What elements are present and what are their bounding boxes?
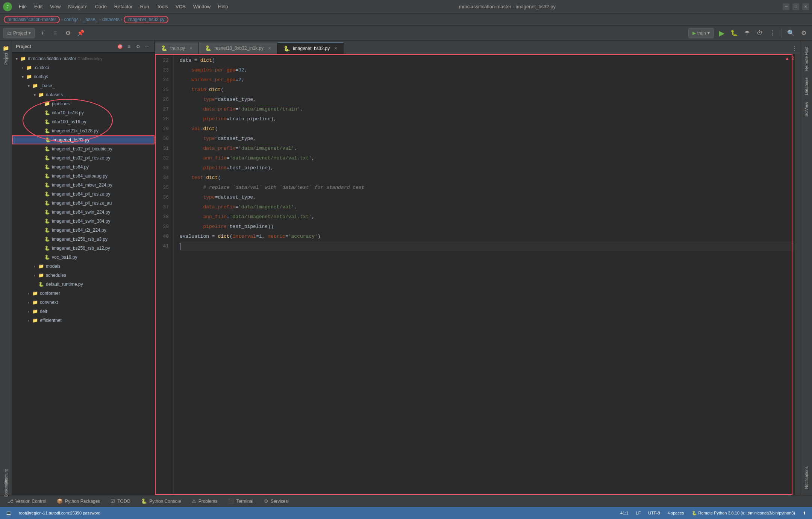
right-side-database[interactable]: Database — [803, 74, 810, 98]
menu-file[interactable]: File — [15, 2, 30, 11]
tree-imagenet-bs64-pil[interactable]: › 🐍 imagenet_bs64_pil_resize.py — [12, 190, 155, 199]
debug-button[interactable]: 🐛 — [729, 28, 739, 38]
tree-root[interactable]: ▾ 📁 mmclassification-master C:\all\code\… — [12, 54, 155, 63]
tree-imagenet-bs64[interactable]: › 🐍 imagenet_bs64.py — [12, 162, 155, 171]
status-line-ending[interactable]: LF — [635, 511, 642, 515]
right-side-sciview[interactable]: SciView — [803, 99, 810, 120]
tree-cifar10[interactable]: › 🐍 cifar10_bs16.py — [12, 108, 155, 117]
menu-edit[interactable]: Edit — [30, 2, 46, 11]
panel-scroll-icon[interactable]: ≡ — [125, 43, 133, 50]
panel-filter-icon[interactable]: ⚙ — [134, 43, 142, 50]
menu-tools[interactable]: Tools — [153, 2, 172, 11]
status-more[interactable]: ⬆ — [801, 511, 807, 516]
tree-imagenet-autoaug[interactable]: › 🐍 imagenet_bs64_autoaug.py — [12, 171, 155, 181]
tree-deit[interactable]: › 📁 deit — [12, 307, 155, 316]
menu-window[interactable]: Window — [189, 2, 214, 11]
status-indent[interactable]: 4 spaces — [666, 511, 686, 515]
settings-button[interactable]: ⚙ — [63, 28, 73, 38]
tree-imagenet-swin384[interactable]: › 🐍 imagenet_bs64_swin_384.py — [12, 217, 155, 226]
tree-base[interactable]: ▾ 📁 _base_ — [12, 81, 155, 90]
coverage-button[interactable]: ☂ — [742, 28, 752, 38]
bottom-tab-problems[interactable]: ⚠ Problems — [187, 496, 222, 507]
breadcrumb-datasets[interactable]: datasets — [102, 17, 119, 22]
maximize-button[interactable]: □ — [792, 3, 799, 10]
bottom-tab-python-packages[interactable]: 📦 Python Packages — [52, 496, 105, 507]
bookmarks-icon[interactable]: Bookmarks — [2, 483, 11, 492]
tree-convnext[interactable]: › 📁 convnext — [12, 298, 155, 307]
tabs-more-button[interactable]: ⋮ — [789, 42, 800, 54]
menu-view[interactable]: View — [46, 2, 64, 11]
breadcrumb-root[interactable]: mmclassification-master — [4, 16, 60, 23]
tab-resnet-icon: 🐍 — [205, 45, 211, 51]
breadcrumb-file[interactable]: imagenet_bs32.py — [124, 16, 168, 23]
tree-configs[interactable]: ▾ 📁 configs — [12, 72, 155, 81]
add-config-button[interactable]: + — [37, 28, 48, 38]
panel-close-icon[interactable]: — — [143, 43, 151, 50]
code-editor-container[interactable]: ▲ 2 22 23 24 25 26 27 28 29 30 31 32 33 … — [155, 54, 800, 495]
tree-imagenet-mixer[interactable]: › 🐍 imagenet_bs64_mixer_224.py — [12, 181, 155, 190]
tree-imagenet-pil-resize[interactable]: › 🐍 imagenet_bs32_pil_resize.py — [12, 153, 155, 162]
tree-pipelines[interactable]: › 📁 pipelines — [12, 99, 155, 108]
tab-train[interactable]: 🐍 train.py ✕ — [155, 42, 199, 54]
menu-help[interactable]: Help — [214, 2, 232, 11]
tab-resnet[interactable]: 🐍 resnet18_8xb32_in1k.py ✕ — [199, 42, 277, 54]
tree-schedules[interactable]: › 📁 schedules — [12, 271, 155, 280]
bottom-tab-services[interactable]: ⚙ Services — [259, 496, 292, 507]
status-position[interactable]: 41:1 — [619, 511, 630, 515]
right-side-remote-host[interactable]: Remote Host — [803, 44, 810, 74]
more-run-button[interactable]: ⋮ — [767, 28, 778, 38]
menu-code[interactable]: Code — [91, 2, 111, 11]
tree-imagenet-t2t[interactable]: › 🐍 imagenet_bs64_t2t_224.py — [12, 226, 155, 235]
project-selector[interactable]: 🗂 Project ▾ — [3, 28, 35, 38]
tree-imagenet-bs64-pil-au[interactable]: › 🐍 imagenet_bs64_pil_resize_au — [12, 199, 155, 208]
tab-resnet-close[interactable]: ✕ — [268, 46, 271, 50]
tree-imagenet-pil-bicubic[interactable]: › 🐍 imagenet_bs32_pil_bicubic.py — [12, 144, 155, 153]
tab-train-close[interactable]: ✕ — [189, 46, 192, 50]
pin-button[interactable]: 📌 — [76, 28, 86, 38]
breadcrumb-configs[interactable]: configs — [64, 17, 79, 22]
tree-circleci[interactable]: › 📁 .circleci — [12, 63, 155, 72]
menu-run[interactable]: Run — [136, 2, 153, 11]
tree-efficientnet[interactable]: › 📁 efficientnet — [12, 316, 155, 325]
bottom-tab-todo[interactable]: ☑ TODO — [106, 496, 135, 507]
panel-title: Project — [16, 44, 31, 49]
profile-button[interactable]: ⏱ — [754, 28, 765, 38]
tree-imagenet-rsb-a3[interactable]: › 🐍 imagenet_bs256_rsb_a3.py — [12, 235, 155, 244]
bookmark-icon[interactable]: Project — [2, 54, 11, 63]
tree-imagenet-swin224[interactable]: › 🐍 imagenet_bs64_swin_224.py — [12, 208, 155, 217]
tab-imagenet-bs32-close[interactable]: ✕ — [334, 46, 337, 50]
status-connection[interactable]: root@region-11.autodl.com:25390 password — [17, 511, 102, 515]
search-button[interactable]: 🔍 — [786, 28, 796, 38]
run-button[interactable]: ▶ — [716, 28, 727, 38]
right-side-notifications[interactable]: Notifications — [803, 463, 810, 492]
tree-conformer[interactable]: › 📁 conformer — [12, 289, 155, 298]
bottom-tab-version-control[interactable]: ⎇ Version Control — [3, 496, 51, 507]
tree-default-runtime[interactable]: › 🐍 default_runtime.py — [12, 280, 155, 289]
code-line-41[interactable] — [180, 241, 795, 251]
menu-vcs[interactable]: VCS — [172, 2, 189, 11]
tree-imagenet-rsb-a12[interactable]: › 🐍 imagenet_bs256_rsb_a12.py — [12, 244, 155, 253]
code-content[interactable]: data = dict( samples_per_gpu=32, workers… — [174, 54, 795, 495]
bottom-tab-python-console[interactable]: 🐍 Python Console — [136, 496, 186, 507]
editor-scrollbar[interactable] — [795, 54, 800, 495]
run-config-selector[interactable]: ▶ train ▾ — [688, 28, 714, 38]
status-python[interactable]: 🐍 Remote Python 3.8.10 (/r...t/miniconda… — [690, 511, 797, 516]
breadcrumb-base[interactable]: _base_ — [83, 17, 98, 22]
minimize-button[interactable]: ─ — [783, 3, 789, 10]
list-button[interactable]: ≡ — [50, 28, 61, 38]
panel-locate-icon[interactable]: 🎯 — [116, 43, 124, 50]
menu-navigate[interactable]: Navigate — [64, 2, 91, 11]
tree-voc[interactable]: › 🐍 voc_bs16.py — [12, 253, 155, 262]
project-panel-icon[interactable]: 📁 — [2, 44, 11, 53]
bottom-tab-terminal[interactable]: ⬛ Terminal — [223, 496, 258, 507]
close-button[interactable]: ✕ — [802, 3, 809, 10]
menu-refactor[interactable]: Refactor — [111, 2, 136, 11]
tree-imagenet-bs32[interactable]: › 🐍 imagenet_bs32.py — [12, 135, 155, 144]
settings-main-button[interactable]: ⚙ — [798, 28, 809, 38]
status-encoding[interactable]: UTF-8 — [647, 511, 661, 515]
tree-models[interactable]: › 📁 models — [12, 262, 155, 271]
tab-imagenet-bs32[interactable]: 🐍 imagenet_bs32.py ✕ — [277, 42, 344, 54]
tree-cifar100[interactable]: › 🐍 cifar100_bs16.py — [12, 117, 155, 126]
tree-imagenet21k[interactable]: › 🐍 imagenet21k_bs128.py — [12, 126, 155, 135]
tree-datasets[interactable]: ▾ 📁 datasets — [12, 90, 155, 99]
